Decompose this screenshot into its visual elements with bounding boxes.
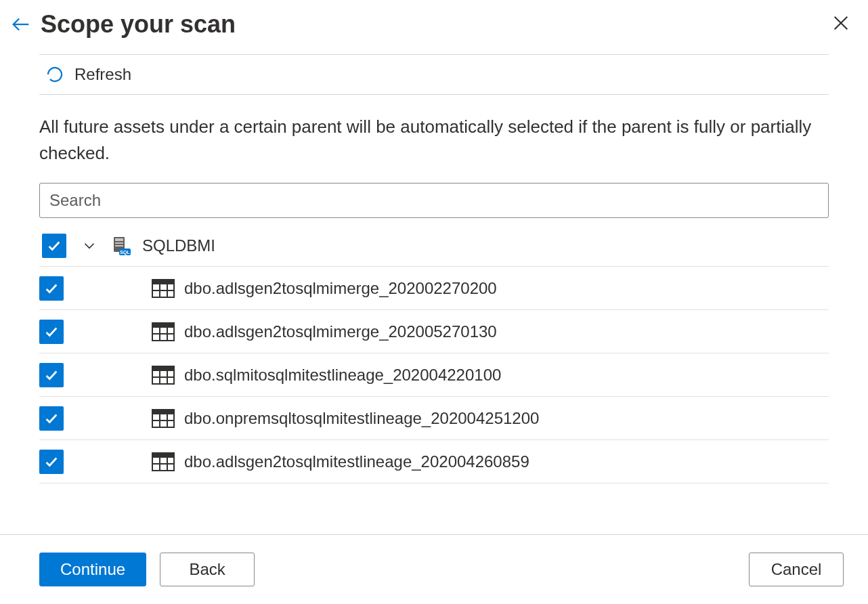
tree-child-label: dbo.adlsgen2tosqlmitestlineage_202004260… bbox=[184, 452, 529, 471]
svg-rect-20 bbox=[152, 366, 174, 371]
table-icon bbox=[152, 452, 175, 471]
tree-child-row[interactable]: dbo.adlsgen2tosqlmimerge_202005270130 bbox=[39, 310, 829, 353]
svg-rect-5 bbox=[115, 242, 123, 244]
sql-db-icon: SQL bbox=[111, 235, 133, 257]
tree-child-row[interactable]: dbo.onpremsqltosqlmitestlineage_20200425… bbox=[39, 397, 829, 440]
checkbox-root[interactable] bbox=[42, 234, 66, 258]
tree-root-label: SQLDBMI bbox=[142, 236, 215, 255]
tree-child-label: dbo.adlsgen2tosqlmimerge_202005270130 bbox=[184, 322, 497, 341]
tree-root-row[interactable]: SQL SQLDBMI bbox=[39, 230, 829, 267]
svg-rect-10 bbox=[152, 280, 174, 284]
page-title: Scope your scan bbox=[41, 10, 827, 39]
checkbox-child[interactable] bbox=[39, 406, 64, 431]
svg-rect-6 bbox=[115, 245, 123, 246]
close-icon[interactable] bbox=[827, 9, 854, 39]
back-button[interactable]: Back bbox=[160, 553, 255, 586]
tree-child-row[interactable]: dbo.adlsgen2tosqlmitestlineage_202004260… bbox=[39, 440, 829, 483]
search-input[interactable] bbox=[39, 183, 829, 218]
checkbox-child[interactable] bbox=[39, 450, 64, 474]
description-text: All future assets under a certain parent… bbox=[39, 114, 829, 167]
svg-text:SQL: SQL bbox=[120, 250, 130, 255]
chevron-down-icon[interactable] bbox=[77, 237, 102, 255]
refresh-label: Refresh bbox=[74, 65, 131, 84]
table-icon bbox=[152, 279, 175, 298]
cancel-button[interactable]: Cancel bbox=[749, 553, 844, 586]
refresh-icon bbox=[45, 64, 65, 85]
back-arrow-icon[interactable] bbox=[9, 13, 32, 36]
continue-button[interactable]: Continue bbox=[39, 553, 146, 586]
table-icon bbox=[152, 366, 175, 385]
svg-rect-15 bbox=[152, 323, 174, 328]
refresh-button[interactable]: Refresh bbox=[45, 64, 131, 85]
tree-child-row[interactable]: dbo.sqlmitosqlmitestlineage_202004220100 bbox=[39, 353, 829, 397]
svg-rect-25 bbox=[152, 410, 174, 414]
table-icon bbox=[152, 409, 175, 428]
checkbox-child[interactable] bbox=[39, 276, 64, 301]
tree-child-label: dbo.onpremsqltosqlmitestlineage_20200425… bbox=[184, 409, 539, 428]
tree-child-label: dbo.sqlmitosqlmitestlineage_202004220100 bbox=[184, 366, 501, 385]
tree-child-row[interactable]: dbo.adlsgen2tosqlmimerge_202002270200 bbox=[39, 267, 829, 310]
svg-rect-4 bbox=[115, 238, 123, 241]
tree-child-label: dbo.adlsgen2tosqlmimerge_202002270200 bbox=[184, 279, 497, 298]
svg-rect-30 bbox=[152, 453, 174, 458]
checkbox-child[interactable] bbox=[39, 363, 64, 387]
table-icon bbox=[152, 322, 175, 341]
checkbox-child[interactable] bbox=[39, 320, 64, 344]
